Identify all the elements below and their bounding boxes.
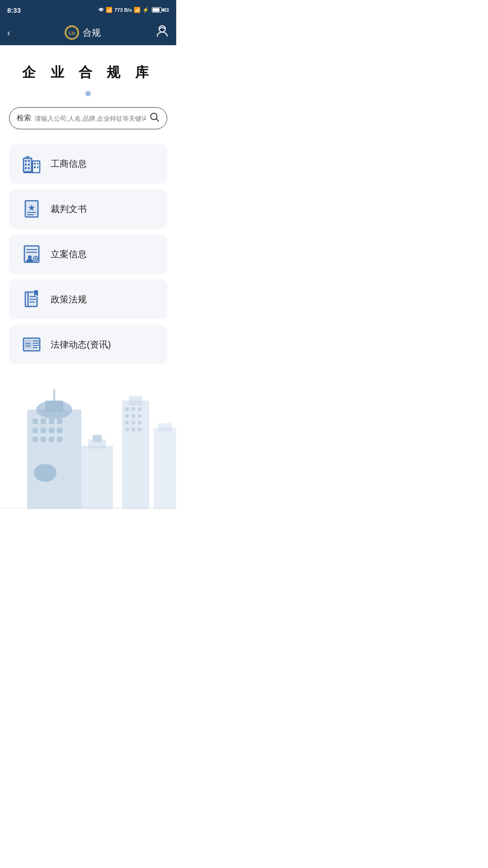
eye-icon: 👁 <box>99 7 104 13</box>
svg-rect-62 <box>131 428 135 431</box>
status-icons: 👁 📶 773 B/s 📶 ⚡ 83 <box>99 7 169 13</box>
menu-item-lian[interactable]: 立案信息 <box>9 234 167 274</box>
svg-rect-5 <box>23 157 33 173</box>
svg-rect-66 <box>27 410 81 509</box>
svg-rect-42 <box>25 340 31 348</box>
battery-level: 83 <box>164 7 169 13</box>
svg-rect-71 <box>41 419 46 424</box>
menu-item-zhengce-label: 政策法规 <box>51 293 87 306</box>
wifi-icon: 📶 <box>134 7 141 13</box>
document-person-icon <box>20 242 43 266</box>
menu-item-caipan-label: 裁判文书 <box>51 203 87 215</box>
user-avatar-button[interactable] <box>155 24 169 41</box>
header-title-group: GD 合规 <box>65 25 101 40</box>
svg-rect-8 <box>25 160 27 162</box>
signal-icon: 📶 <box>106 7 113 13</box>
news-icon <box>20 333 43 356</box>
svg-rect-59 <box>131 421 135 425</box>
svg-rect-72 <box>49 419 54 424</box>
search-icon[interactable] <box>150 112 160 124</box>
svg-rect-14 <box>34 163 36 165</box>
menu-item-caipan[interactable]: 裁判文书 <box>9 189 167 229</box>
menu-item-gongshang-label: 工商信息 <box>51 158 87 170</box>
svg-rect-9 <box>28 160 30 162</box>
main-content: 企 业 合 规 库 检索 <box>0 45 176 509</box>
svg-rect-65 <box>158 423 172 431</box>
svg-text:GD: GD <box>69 31 75 36</box>
svg-rect-61 <box>125 428 129 431</box>
book-icon <box>20 288 43 311</box>
decorative-dot <box>85 91 91 96</box>
building-icon <box>20 152 43 175</box>
skyline-illustration <box>0 382 176 509</box>
charge-icon: ⚡ <box>142 7 149 13</box>
status-time: 8:33 <box>7 6 21 14</box>
svg-rect-70 <box>33 419 38 424</box>
page-title: 企 业 合 规 库 <box>0 45 176 91</box>
svg-rect-11 <box>28 164 30 165</box>
menu-item-falv-label: 法律动态(资讯) <box>51 339 111 351</box>
svg-rect-51 <box>129 396 142 405</box>
menu-item-zhengce[interactable]: 政策法规 <box>9 279 167 319</box>
svg-rect-15 <box>37 163 38 165</box>
svg-rect-75 <box>41 428 46 433</box>
document-star-icon <box>20 197 43 221</box>
svg-rect-85 <box>93 435 102 442</box>
svg-rect-56 <box>131 414 135 418</box>
status-bar: 8:33 👁 📶 773 B/s 📶 ⚡ 83 <box>0 0 176 20</box>
menu-item-gongshang[interactable]: 工商信息 <box>9 144 167 184</box>
svg-rect-13 <box>28 167 30 169</box>
search-input[interactable] <box>35 115 146 122</box>
svg-rect-78 <box>33 437 38 442</box>
svg-rect-53 <box>131 407 135 411</box>
svg-rect-10 <box>25 164 27 165</box>
svg-rect-83 <box>81 446 113 509</box>
search-bar[interactable]: 检索 <box>9 107 167 129</box>
svg-line-4 <box>156 119 159 121</box>
svg-rect-63 <box>138 428 141 431</box>
svg-rect-77 <box>57 428 62 433</box>
svg-rect-57 <box>138 414 141 418</box>
app-logo: GD <box>65 25 79 40</box>
svg-rect-73 <box>57 419 62 424</box>
svg-point-2 <box>159 26 165 32</box>
svg-rect-7 <box>33 161 40 173</box>
battery-icon <box>152 7 162 13</box>
svg-rect-81 <box>57 437 62 442</box>
app-header: ‹ GD 合规 <box>0 20 176 45</box>
svg-rect-60 <box>138 421 141 425</box>
svg-rect-12 <box>25 167 27 169</box>
svg-rect-54 <box>138 407 141 411</box>
svg-rect-58 <box>125 421 129 425</box>
svg-rect-80 <box>49 437 54 442</box>
svg-rect-17 <box>37 166 38 168</box>
svg-rect-64 <box>154 428 176 509</box>
menu-item-lian-label: 立案信息 <box>51 248 87 260</box>
svg-point-18 <box>25 156 30 159</box>
svg-rect-76 <box>49 428 54 433</box>
network-speed: 773 B/s <box>114 7 132 13</box>
svg-rect-79 <box>41 437 46 442</box>
svg-rect-16 <box>34 166 36 168</box>
svg-rect-74 <box>33 428 38 433</box>
menu-item-falv[interactable]: 法律动态(资讯) <box>9 325 167 364</box>
svg-rect-52 <box>125 407 129 411</box>
svg-rect-55 <box>125 414 129 418</box>
svg-point-82 <box>34 464 56 482</box>
menu-list: 工商信息 裁判文书 <box>9 144 167 364</box>
header-title-text: 合规 <box>83 27 101 39</box>
svg-point-29 <box>28 255 32 259</box>
search-label: 检索 <box>17 113 31 123</box>
svg-rect-68 <box>45 401 63 412</box>
back-button[interactable]: ‹ <box>7 28 10 38</box>
